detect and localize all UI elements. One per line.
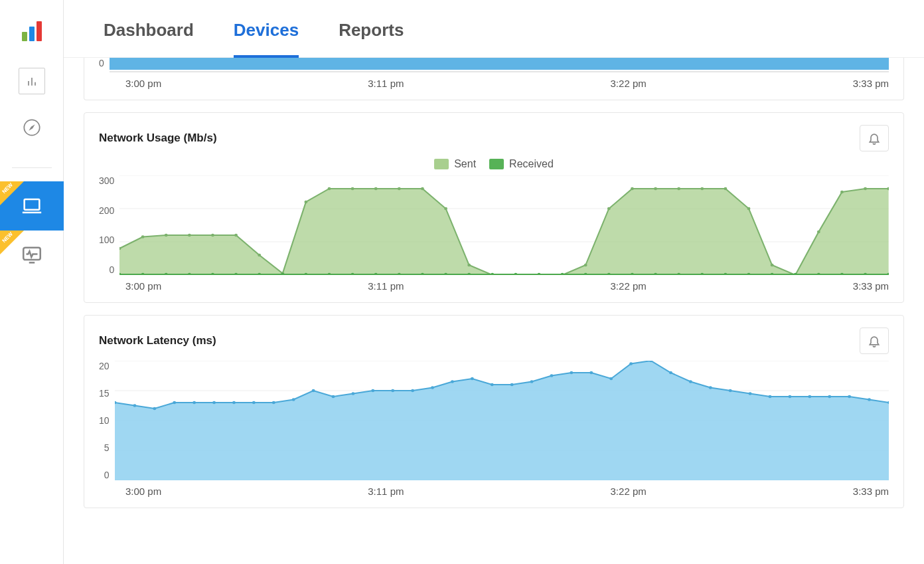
svg-point-109 [530,380,533,383]
xtick: 3:11 pm [368,280,404,292]
svg-point-23 [305,201,308,204]
bell-icon [868,132,881,145]
svg-point-112 [589,371,593,375]
svg-point-66 [514,273,518,275]
main: Dashboard Devices Reports 0 [64,0,924,564]
svg-point-118 [708,386,712,389]
svg-point-19 [211,234,214,237]
svg-point-21 [258,254,262,257]
legend-sent[interactable]: Sent [434,158,476,170]
svg-point-35 [584,264,587,267]
ytick: 100 [99,235,114,245]
svg-marker-4 [29,124,35,130]
ytick: 0 [99,58,104,68]
svg-point-123 [808,395,811,399]
bell-icon [868,334,881,347]
legend-received[interactable]: Received [489,158,554,170]
svg-point-120 [748,392,751,395]
svg-point-47 [864,187,867,191]
xtick: 3:00 pm [125,280,161,292]
legend: Sent Received [99,158,889,170]
logo-icon [22,20,42,41]
xaxis-latency: 3:00 pm 3:11 pm 3:22 pm 3:33 pm [99,486,889,497]
svg-point-95 [252,401,255,405]
svg-point-117 [688,380,692,383]
ytick: 20 [99,361,110,371]
xtick: 3:00 pm [125,486,161,497]
sidebar-item-compass[interactable] [19,114,45,141]
card-title: Network Usage (Mb/s) [99,132,217,145]
svg-point-65 [491,273,495,275]
plot-network [119,175,889,275]
svg-point-100 [351,392,354,395]
svg-point-43 [771,264,774,267]
chart-card-network-usage: Network Usage (Mb/s) Sent Received 300 2… [84,112,904,303]
svg-point-20 [234,234,238,237]
svg-point-28 [421,187,424,191]
xtick: 3:11 pm [368,486,404,497]
svg-point-105 [451,380,454,383]
new-badge: NEW [0,231,24,254]
svg-point-122 [788,395,791,399]
svg-point-46 [840,191,844,194]
bar-chart-icon [25,74,38,88]
tab-devices[interactable]: Devices [234,20,299,58]
xtick: 3:00 pm [125,78,161,89]
svg-point-107 [490,383,493,387]
sidebar-separator [12,167,52,168]
xtick: 3:22 pm [611,280,647,292]
sidebar-item-analytics[interactable] [19,68,45,94]
new-badge: NEW [0,181,24,205]
tab-dashboard[interactable]: Dashboard [104,20,194,57]
svg-point-114 [629,362,633,365]
svg-point-26 [374,187,378,191]
xtick: 3:11 pm [368,78,404,89]
sidebar: NEW NEW [0,0,64,564]
svg-point-102 [391,389,394,393]
svg-point-90 [153,407,156,411]
plot-top [110,58,889,72]
svg-point-92 [193,401,196,405]
svg-point-45 [817,231,820,234]
svg-point-121 [768,395,771,399]
svg-point-24 [328,187,331,191]
xtick: 3:33 pm [853,486,889,497]
svg-rect-9 [110,58,889,70]
sidebar-item-monitoring[interactable]: NEW [0,231,64,280]
svg-point-104 [431,386,434,389]
chart-card-network-latency: Network Latency (ms) 20 15 10 5 0 [84,315,904,508]
xtick: 3:22 pm [611,78,647,89]
xaxis-network: 3:00 pm 3:11 pm 3:22 pm 3:33 pm [99,280,889,292]
svg-point-40 [701,187,704,191]
svg-point-29 [444,207,447,211]
svg-point-42 [747,207,751,211]
svg-point-126 [868,398,871,401]
svg-point-97 [291,398,295,401]
svg-point-125 [848,395,851,399]
svg-point-124 [828,395,831,399]
svg-point-93 [212,401,216,405]
xtick: 3:33 pm [853,78,889,89]
svg-point-68 [561,273,564,275]
laptop-icon [21,195,43,217]
sidebar-item-devices[interactable]: NEW [0,181,64,231]
alert-button[interactable] [860,125,889,151]
yaxis-latency: 20 15 10 5 0 [99,361,115,480]
svg-point-116 [669,371,672,375]
svg-point-96 [271,401,275,405]
ytick: 0 [110,264,115,275]
svg-point-17 [165,234,168,237]
svg-point-16 [141,235,145,238]
tab-reports[interactable]: Reports [339,20,404,57]
ytick: 200 [99,205,114,216]
heartbeat-monitor-icon [21,244,43,266]
content: 0 3:00 pm 3:11 pm 3:22 pm 3:33 pm [64,58,924,528]
svg-point-67 [538,273,541,275]
ytick: 15 [99,388,110,399]
svg-point-38 [654,187,657,191]
tabs: Dashboard Devices Reports [64,0,924,58]
ytick: 10 [99,415,110,426]
svg-point-98 [311,389,315,393]
xtick: 3:33 pm [853,280,889,292]
alert-button[interactable] [860,328,889,354]
